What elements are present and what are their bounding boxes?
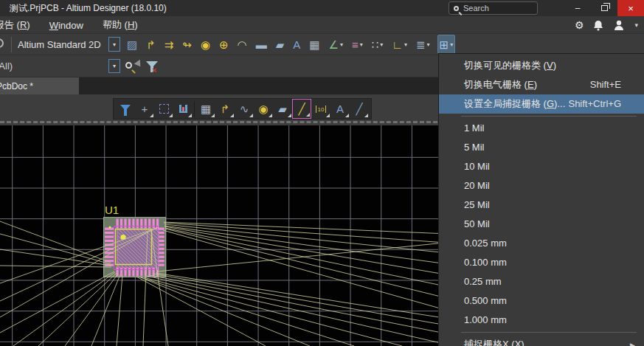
dropdown-arrow-icon[interactable]: ▾ — [450, 41, 453, 48]
layer-stack-icon: ≣ — [416, 39, 426, 50]
shortcut-label: Shift+Ctrl+G — [568, 94, 621, 114]
context-menu-item[interactable]: 20 Mil — [439, 176, 644, 196]
tune-meander-icon[interactable]: ∿ — [235, 99, 254, 119]
dropdown-arrow-icon[interactable]: ▾ — [360, 41, 363, 48]
polygon-pour-icon[interactable]: ▰ — [274, 35, 286, 54]
flyout-triangle-icon — [288, 114, 291, 117]
interactive-routing-icon[interactable]: ▨ — [125, 35, 139, 54]
context-menu-item[interactable]: 切换可见的栅格类 (V) — [439, 56, 644, 75]
polygon-icon[interactable]: ▰ — [273, 99, 292, 119]
route-icon[interactable]: ↱ — [215, 99, 235, 119]
context-menu-item[interactable]: 0.025 mm — [439, 234, 644, 253]
notifications-bell-icon[interactable] — [593, 20, 603, 31]
context-menu-item[interactable]: 50 Mil — [439, 215, 644, 234]
polygon-icon: ▰ — [278, 103, 287, 114]
menu-item[interactable]: 帮助 (H) — [103, 18, 138, 32]
context-menu-item[interactable]: 10 Mil — [439, 157, 644, 176]
context-menu-item[interactable]: 25 Mil — [439, 196, 644, 215]
minimize-button[interactable]: – — [564, 0, 591, 16]
dimension-icon[interactable]: 10 — [311, 99, 330, 119]
filter-icon[interactable] — [116, 99, 135, 119]
measure-icon[interactable]: ∠▾ — [327, 35, 344, 54]
via-icon: ◉ — [258, 103, 268, 114]
context-menu-item[interactable]: 捕捉栅格X (X)▶ — [439, 335, 644, 346]
via-icon[interactable]: ◉ — [254, 99, 273, 119]
fill-icon[interactable]: ▬ — [255, 35, 269, 54]
dropdown-arrow-icon[interactable]: ▾ — [404, 41, 407, 48]
flyout-triangle-icon — [306, 113, 310, 117]
component-designator: U1 — [105, 204, 119, 216]
arc-icon[interactable]: ◠ — [236, 35, 249, 54]
trace-icon: ╱ — [298, 103, 305, 114]
dimension-icon: 10 — [316, 105, 327, 113]
context-menu-item[interactable]: 0.100 mm — [439, 253, 644, 272]
pad-icon: ◉ — [201, 39, 210, 50]
ratsnest-line — [144, 277, 402, 346]
find-similar-icon: ∷ — [372, 39, 379, 50]
context-menu-item[interactable]: 切换电气栅格 (E)Shift+E — [439, 75, 644, 94]
select-area-icon — [159, 104, 169, 114]
profile-dropdown-button[interactable]: ▾ — [108, 37, 120, 52]
search-placeholder: Search — [463, 4, 489, 13]
dropdown-arrow-icon[interactable]: ▾ — [340, 41, 343, 48]
differential-pair-icon[interactable]: ⇉ — [163, 35, 176, 54]
select-area-icon[interactable] — [154, 99, 173, 119]
altium-designer-window: 测试.PrjPCB - Altium Designer (18.0.10) Se… — [0, 0, 644, 346]
context-menu-item[interactable]: 设置全局捕捉栅格 (G)...Shift+Ctrl+G — [439, 94, 644, 114]
ratsnest-line — [0, 266, 111, 267]
main-toolbar: Altium Standard 2D ▾ ▨↱⇉↬◉⊕◠▬▰A▦∠▾≡▾∷▾∟▾… — [0, 34, 644, 55]
align-icon[interactable]: ≡▾ — [350, 35, 364, 54]
smart-route-icon[interactable]: ↬ — [181, 35, 193, 54]
crosshair-icon[interactable]: + — [135, 99, 154, 119]
filter-icon — [120, 105, 131, 111]
grid-context-menu: 切换可见的栅格类 (V)切换电气栅格 (E)Shift+E设置全局捕捉栅格 (G… — [438, 53, 644, 346]
component-icon[interactable]: ▦ — [196, 99, 215, 119]
context-menu-item[interactable]: 5 Mil — [439, 138, 644, 157]
trace-icon[interactable]: ╱ — [292, 99, 311, 119]
string-icon[interactable]: A — [330, 99, 350, 119]
line-icon[interactable]: ╱ — [350, 99, 369, 119]
grid-icon[interactable]: ⊞▾ — [437, 35, 456, 54]
flyout-triangle-icon — [269, 114, 272, 117]
shortcut-label: Shift+E — [590, 75, 621, 94]
dropdown-arrow-icon[interactable]: ▾ — [380, 41, 383, 48]
dimension-icon[interactable]: ∟▾ — [390, 35, 409, 54]
restore-button[interactable] — [591, 0, 617, 16]
search-box[interactable]: Search — [449, 1, 538, 15]
pad-stack-icon[interactable] — [173, 99, 193, 119]
context-menu-item[interactable]: 1.000 mm — [439, 311, 644, 330]
context-menu-item[interactable]: 0.25 mm — [439, 272, 644, 291]
user-profile-icon[interactable] — [613, 19, 625, 31]
via-icon[interactable]: ⊕ — [218, 35, 230, 54]
tab-pcbdoc[interactable]: PcbDoc * — [0, 77, 79, 94]
clipped-tool-icon — [0, 38, 4, 48]
context-menu-item[interactable]: 0.500 mm — [439, 291, 644, 311]
dropdown-arrow-icon[interactable]: ▾ — [427, 41, 430, 48]
context-menu-item[interactable]: 1 Mil — [439, 119, 644, 138]
route-icon[interactable]: ↱ — [145, 35, 157, 54]
filter-search-icon[interactable] — [125, 62, 132, 69]
dimension-icon: ∟ — [392, 39, 403, 50]
settings-gear-icon[interactable]: ⚙ — [575, 19, 584, 31]
via-icon: ⊕ — [219, 39, 229, 50]
component-icon[interactable]: ▦ — [308, 35, 321, 54]
smart-route-icon: ↬ — [182, 39, 192, 50]
ratsnest-line — [0, 221, 111, 263]
user-caret-icon[interactable]: ▾ — [634, 21, 638, 29]
string-icon: A — [336, 103, 344, 114]
flyout-triangle-icon — [230, 114, 234, 117]
active-bar: +▦↱∿◉▰╱10A╱ — [113, 98, 372, 120]
crosshair-icon: + — [142, 103, 148, 114]
layer-stack-icon[interactable]: ≣▾ — [415, 35, 432, 54]
scope-select-value[interactable]: (All) — [0, 60, 13, 72]
find-similar-icon[interactable]: ∷▾ — [370, 35, 385, 54]
menu-item[interactable]: 报告 (R) — [0, 18, 30, 32]
layout-profile-label: Altium Standard 2D — [18, 39, 101, 50]
flyout-triangle-icon — [326, 114, 330, 117]
pad-icon[interactable]: ◉ — [199, 35, 212, 54]
scope-dropdown-button[interactable]: ▾ — [108, 59, 120, 73]
flyout-triangle-icon — [150, 114, 153, 117]
menu-item[interactable]: Window — [49, 20, 83, 31]
close-button[interactable]: × — [617, 0, 644, 16]
string-icon[interactable]: A — [291, 35, 302, 54]
